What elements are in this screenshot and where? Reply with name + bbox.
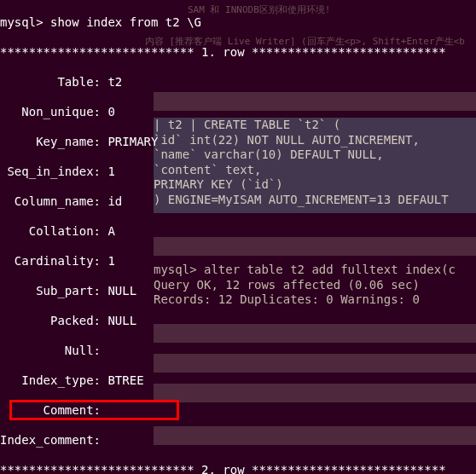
- field-table: Table: t2: [0, 75, 476, 90]
- field-seq-in-index: Seq_in_index: 1: [0, 165, 476, 180]
- field-index-type: Index_type: BTREE: [0, 373, 476, 389]
- field-index-comment: Index_comment:: [0, 433, 476, 448]
- field-null: Null:: [0, 344, 476, 359]
- mysql-prompt: mysql> show index from t2 \G: [0, 15, 476, 31]
- field-cardinality: Cardinality: 1: [0, 254, 476, 269]
- field-packed: Packed: NULL: [0, 314, 476, 329]
- terminal-output[interactable]: mysql> show index from t2 \G ***********…: [0, 0, 476, 474]
- field-key-name: Key_name: PRIMARY: [0, 135, 476, 150]
- field-comment: Comment:: [0, 403, 476, 419]
- field-column-name: Column_name: id: [0, 194, 476, 210]
- field-collation: Collation: A: [0, 224, 476, 240]
- row-separator: *************************** 2. row *****…: [0, 463, 476, 475]
- row-separator: *************************** 1. row *****…: [0, 45, 476, 61]
- field-non-unique: Non_unique: 0: [0, 105, 476, 120]
- field-sub-part: Sub_part: NULL: [0, 284, 476, 299]
